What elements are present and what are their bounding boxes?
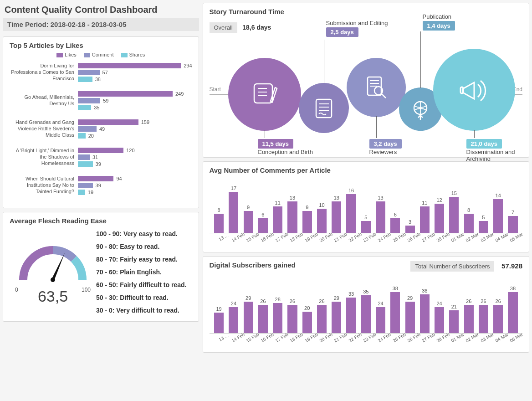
- chart-title: Average Flesch Reading Ease: [10, 217, 192, 225]
- x-label: 26 Feb: [406, 332, 421, 344]
- overall-value: 18,6 days: [242, 24, 271, 31]
- comments-card: Avg Number of Comments per Article 81796…: [203, 161, 530, 252]
- svg-rect-16: [460, 87, 463, 93]
- article-row: When Should Cultural Institutions Say No…: [10, 175, 192, 196]
- x-label: 20 Feb: [318, 332, 333, 344]
- top-articles-card: Top 5 Articles by Likes Likes Comment Sh…: [3, 36, 199, 208]
- bar[interactable]: 26: [491, 298, 505, 333]
- bar[interactable]: 6: [389, 212, 402, 233]
- bar[interactable]: 11: [418, 200, 431, 233]
- page-title: Content Quality Control Dashboard: [3, 3, 199, 18]
- scale-item: 60 - 50: Fairly difficult to read.: [96, 278, 192, 291]
- x-label: 18 Feb: [289, 231, 304, 243]
- bar[interactable]: 8: [212, 207, 226, 233]
- article-row: A 'Bright Light,' Dimmed in the Shadows …: [10, 147, 192, 168]
- bar[interactable]: 24: [373, 301, 387, 333]
- bar[interactable]: 35: [359, 289, 373, 333]
- x-label: 23 Feb: [362, 332, 377, 344]
- scale-item: 90 - 80: Easy to read.: [96, 240, 192, 253]
- x-label: 24 Feb: [377, 332, 392, 344]
- bar[interactable]: 13: [286, 195, 299, 233]
- x-label: 18 Feb: [289, 332, 304, 344]
- x-label: 17 Feb: [274, 332, 289, 344]
- x-label: 16 Feb: [260, 231, 275, 243]
- stage-value: 2,5 days: [326, 27, 358, 37]
- stage-circle-dissemination[interactable]: [433, 49, 515, 131]
- bar[interactable]: 17: [227, 185, 240, 233]
- bar[interactable]: 7: [506, 210, 520, 233]
- bar[interactable]: 3: [403, 219, 417, 233]
- bar[interactable]: 33: [344, 291, 358, 333]
- x-label: 01 Mar: [450, 231, 465, 243]
- globe-upload-icon: [409, 98, 432, 121]
- bar[interactable]: 24: [432, 301, 446, 333]
- stage-name: Reviewers: [369, 149, 397, 155]
- bar[interactable]: 5: [476, 215, 490, 233]
- bar[interactable]: 26: [315, 298, 328, 333]
- x-label: 19 Feb: [304, 332, 319, 344]
- article-label: Hand Grenades and Gang Violence Rattle S…: [10, 119, 78, 138]
- bar[interactable]: 38: [389, 286, 402, 333]
- stage-circle-conception[interactable]: [228, 58, 301, 131]
- chart-title: Story Turnaround Time: [210, 8, 523, 15]
- bar[interactable]: 38: [506, 286, 520, 333]
- bar[interactable]: 11: [271, 200, 285, 233]
- x-label: 23 Feb: [362, 231, 377, 243]
- gauge-icon: [14, 236, 92, 287]
- x-label: 01 Mar: [450, 332, 465, 344]
- x-label: 13 ...: [216, 332, 231, 344]
- bar[interactable]: 15: [447, 190, 461, 233]
- stage-circle-reviewers[interactable]: [347, 58, 406, 117]
- stage-value: 21,0 days: [466, 139, 502, 149]
- x-label: 26 Feb: [406, 231, 421, 243]
- x-label: 03 Mar: [480, 231, 495, 243]
- x-label: 20 Feb: [318, 231, 333, 243]
- bar[interactable]: 28: [271, 297, 285, 333]
- x-label: 02 Mar: [465, 231, 480, 243]
- svg-line-14: [382, 94, 386, 98]
- x-label: 19 Feb: [304, 231, 319, 243]
- scale-item: 80 - 70: Fairly easy to read.: [96, 253, 192, 266]
- bar[interactable]: 26: [286, 298, 299, 333]
- bar[interactable]: 26: [476, 298, 490, 333]
- bar[interactable]: 20: [300, 305, 314, 333]
- bar[interactable]: 8: [462, 207, 476, 233]
- bar[interactable]: 10: [315, 202, 328, 233]
- bar[interactable]: 26: [462, 298, 476, 333]
- x-label: 25 Feb: [392, 231, 407, 243]
- article-row: Go Ahead, Millennials, Destroy Us 249 59…: [10, 90, 192, 111]
- bar[interactable]: 29: [403, 295, 417, 333]
- x-label: 14 Feb: [230, 231, 246, 243]
- bar[interactable]: 9: [300, 205, 314, 233]
- bar[interactable]: 29: [241, 295, 255, 333]
- bar[interactable]: 13: [330, 195, 343, 233]
- bar[interactable]: 5: [359, 215, 373, 233]
- x-label: 17 Feb: [274, 231, 289, 243]
- article-row: Hand Grenades and Gang Violence Rattle S…: [10, 118, 192, 139]
- bar[interactable]: 21: [447, 304, 461, 333]
- article-label: Go Ahead, Millennials, Destroy Us: [10, 94, 78, 107]
- bar[interactable]: 26: [256, 298, 270, 333]
- total-subscribers-value: 57.928: [501, 262, 522, 270]
- x-label: 22 Feb: [348, 332, 363, 344]
- bar[interactable]: 19: [212, 306, 226, 333]
- bar[interactable]: 24: [227, 301, 240, 333]
- x-label: 13 ...: [216, 231, 231, 243]
- gauge-min: 0: [15, 287, 18, 293]
- bar[interactable]: 14: [491, 193, 505, 233]
- bar[interactable]: 12: [432, 197, 446, 233]
- bar[interactable]: 6: [256, 212, 270, 233]
- x-label: 04 Mar: [494, 332, 509, 344]
- x-label: 14 Feb: [230, 332, 246, 344]
- scale-item: 100 - 90: Very easy to read.: [96, 227, 192, 240]
- bar[interactable]: 9: [241, 205, 255, 233]
- bar[interactable]: 16: [344, 188, 358, 233]
- legend: Likes Comment Shares: [10, 52, 192, 57]
- x-label: 28 Feb: [435, 332, 450, 344]
- bar[interactable]: 36: [418, 288, 431, 333]
- bar[interactable]: 13: [373, 195, 387, 233]
- bar[interactable]: 29: [330, 295, 343, 333]
- document-search-icon: [363, 74, 389, 101]
- stage-circle-submission[interactable]: [299, 83, 349, 133]
- x-label: 25 Feb: [392, 332, 407, 344]
